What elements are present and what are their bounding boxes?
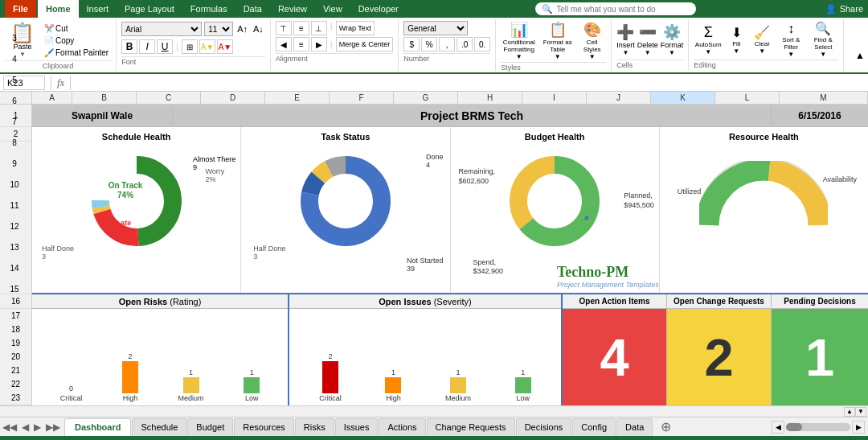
col-F-header[interactable]: F: [330, 92, 394, 104]
number-format-select[interactable]: General: [403, 21, 468, 35]
paste-button[interactable]: 📋 Paste ▼: [5, 21, 40, 60]
copy-button[interactable]: 📄 Copy: [42, 35, 111, 46]
developer-tab[interactable]: Developer: [350, 0, 407, 18]
format-painter-button[interactable]: 🖌️ Format Painter: [42, 47, 111, 58]
borders-button[interactable]: ⊞: [182, 39, 198, 54]
horizontal-scrollbar[interactable]: ◀ ▶: [772, 421, 865, 434]
format-cells-button[interactable]: ⚙️ Format ▼: [661, 23, 684, 56]
col-A-header[interactable]: A: [32, 92, 72, 104]
sheet-tab-change-requests[interactable]: Change Requests: [427, 418, 515, 436]
scroll-sheets-next-button[interactable]: ▶: [31, 421, 43, 433]
ribbon-collapse-button[interactable]: ▲: [852, 47, 868, 64]
decimal-increase-button[interactable]: .0: [457, 37, 473, 51]
align-bottom-button[interactable]: ⊥: [311, 21, 327, 35]
sheet-tab-data[interactable]: Data: [616, 418, 653, 436]
clear-button[interactable]: 🧹 Clear ▼: [750, 25, 774, 55]
font-size-select[interactable]: 11: [204, 22, 233, 36]
open-change-requests-metric: Open Change Requests 2: [667, 294, 772, 405]
col-H-header[interactable]: H: [458, 92, 522, 104]
page-layout-tab[interactable]: Page Layout: [117, 0, 182, 18]
sort-filter-button[interactable]: ↕ Sort & Filter ▼: [776, 22, 806, 58]
formulas-tab[interactable]: Formulas: [182, 0, 235, 18]
col-B-header[interactable]: B: [72, 92, 137, 104]
cut-button[interactable]: ✂️ Cut: [42, 23, 111, 34]
find-select-button[interactable]: 🔍 Find & Select ▼: [808, 21, 838, 58]
formula-input[interactable]: [76, 78, 865, 88]
col-J-header[interactable]: J: [587, 92, 651, 104]
align-right-button[interactable]: ▶: [311, 37, 327, 51]
col-D-header[interactable]: D: [201, 92, 265, 104]
row-16[interactable]: 16: [0, 294, 31, 309]
col-K-header[interactable]: K: [651, 92, 715, 104]
scroll-up-button[interactable]: ▲: [844, 407, 855, 417]
currency-button[interactable]: $: [403, 37, 420, 51]
open-risks-section: Open Risks (Rating) 0 Critical 2 High 1: [32, 294, 289, 405]
number-label: Number: [403, 53, 490, 63]
review-tab[interactable]: Review: [270, 0, 315, 18]
scroll-left-button[interactable]: ◀: [772, 421, 784, 434]
scroll-sheets-prev-button[interactable]: ◀: [19, 421, 31, 433]
sheet-tab-config[interactable]: Config: [572, 418, 616, 436]
font-increase-button[interactable]: A↑: [235, 23, 249, 35]
new-sheet-button[interactable]: ⊕: [656, 419, 676, 434]
col-E-header[interactable]: E: [265, 92, 330, 104]
sheet-tab-budget[interactable]: Budget: [187, 418, 233, 436]
font-color-button[interactable]: A▼: [217, 39, 233, 54]
percent-button[interactable]: %: [421, 37, 437, 51]
insert-tab[interactable]: Insert: [79, 0, 117, 18]
col-C-header[interactable]: C: [137, 92, 201, 104]
align-center-button[interactable]: ≡: [293, 37, 309, 51]
col-L-header[interactable]: L: [715, 92, 780, 104]
cell-styles-button[interactable]: 🎨 Cell Styles ▼: [578, 21, 606, 60]
bold-button[interactable]: B: [121, 39, 137, 54]
file-tab[interactable]: File: [5, 0, 36, 18]
sheet-tab-decisions[interactable]: Decisions: [516, 418, 572, 436]
font-family-select[interactable]: Arial: [121, 22, 202, 36]
home-tab[interactable]: Home: [38, 0, 79, 18]
delete-cells-button[interactable]: ➖ Delete ▼: [637, 23, 658, 56]
share-button[interactable]: 👤 Share: [825, 4, 863, 14]
fill-color-button[interactable]: A▼: [199, 39, 215, 54]
styles-group: 📊 Conditional Formatting ▼ 📋 Format as T…: [496, 19, 612, 71]
wrap-text-button[interactable]: Wrap Text: [336, 21, 375, 35]
merge-center-button[interactable]: Merge & Center: [336, 37, 394, 51]
issues-high-label: High: [386, 394, 401, 402]
scroll-right-button[interactable]: ▶: [852, 421, 865, 434]
format-as-table-button[interactable]: 📋 Format as Table ▼: [539, 21, 575, 60]
font-decrease-button[interactable]: A↓: [252, 23, 265, 35]
comma-button[interactable]: ,: [439, 37, 455, 51]
col-M-header[interactable]: M: [780, 92, 868, 104]
search-input[interactable]: [556, 5, 685, 14]
autosum-button[interactable]: Σ AutoSum ▼: [694, 24, 723, 56]
view-tab[interactable]: View: [315, 0, 350, 18]
col-I-header[interactable]: I: [522, 92, 587, 104]
number-group: General $ % , .0 0. Number: [399, 19, 496, 71]
scroll-sheets-left-button[interactable]: ◀◀: [0, 421, 19, 433]
risks-medium-label: Medium: [178, 394, 204, 402]
sheet-tab-schedule[interactable]: Schedule: [132, 418, 186, 436]
sheet-tab-issues[interactable]: Issues: [335, 418, 379, 436]
svg-point-13: [530, 177, 579, 225]
decimal-decrease-button[interactable]: 0.: [474, 37, 490, 51]
sheet-tab-resources[interactable]: Resources: [234, 418, 294, 436]
align-left-button[interactable]: ◀: [276, 37, 292, 51]
col-G-header[interactable]: G: [394, 92, 458, 104]
name-box[interactable]: K23: [3, 76, 45, 90]
align-top-button[interactable]: ⊤: [276, 21, 292, 35]
open-issues-section: Open Issues (Severity) 2 Critical 1 High: [289, 294, 563, 405]
fill-button[interactable]: ⬇ Fill ▼: [724, 25, 748, 55]
scroll-down-button[interactable]: ▼: [855, 407, 866, 417]
conditional-formatting-button[interactable]: 📊 Conditional Formatting ▼: [501, 21, 537, 60]
project-title-cell: Project BRMS Tech: [173, 105, 772, 126]
align-middle-button[interactable]: ≡: [293, 21, 309, 35]
underline-button[interactable]: U: [157, 39, 173, 54]
row-17-23: 17181920212223: [0, 309, 31, 405]
scroll-sheets-right-button[interactable]: ▶▶: [43, 421, 63, 433]
sheet-tab-risks[interactable]: Risks: [295, 418, 334, 436]
sheet-tab-dashboard[interactable]: Dashboard: [64, 418, 131, 436]
sheet-tab-actions[interactable]: Actions: [379, 418, 425, 436]
schedule-health-chart: Schedule Health On Track74% Late: [32, 127, 241, 293]
data-tab[interactable]: Data: [235, 0, 270, 18]
italic-button[interactable]: I: [139, 39, 155, 54]
insert-cells-button[interactable]: ➕ Insert ▼: [616, 23, 635, 56]
